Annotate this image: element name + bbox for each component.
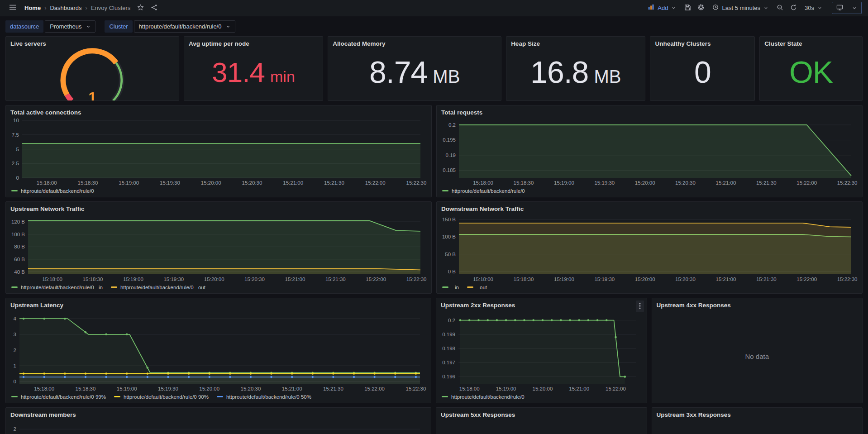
cluster-variable-select[interactable]: httproute/default/backend/rule/0 bbox=[134, 20, 236, 33]
chart-total-requests[interactable]: 0.1850.190.1950.215:18:0015:18:3015:19:0… bbox=[437, 117, 862, 187]
svg-text:15:22:00: 15:22:00 bbox=[606, 386, 626, 391]
datasource-variable-select[interactable]: Prometheus bbox=[45, 20, 95, 33]
breadcrumb-home[interactable]: Home bbox=[24, 5, 41, 11]
legend-item[interactable]: - in bbox=[442, 285, 459, 290]
svg-text:15:20:30: 15:20:30 bbox=[675, 277, 696, 282]
panel-title[interactable]: Total active connections bbox=[6, 105, 431, 117]
nav-collapse-button[interactable] bbox=[847, 2, 861, 14]
chart-downstream-network-traffic[interactable]: 0 B50 B100 B150 B15:18:0015:18:3015:19:0… bbox=[437, 213, 862, 283]
chart-upstream-latency[interactable]: 0123415:18:0015:18:3015:19:0015:19:3015:… bbox=[6, 310, 431, 393]
panel-title[interactable]: Downstream Network Traffic bbox=[437, 202, 862, 213]
panel-heap-size: Heap Size 16.8 MB bbox=[506, 36, 645, 101]
breadcrumb-current: Envoy Clusters bbox=[91, 5, 130, 11]
chart-svg: 02.557.51015:18:0015:18:3015:19:0015:19:… bbox=[6, 117, 431, 187]
breadcrumb-dashboards[interactable]: Dashboards bbox=[50, 5, 81, 11]
svg-text:0.2: 0.2 bbox=[448, 122, 456, 128]
clock-icon bbox=[712, 4, 719, 12]
panel-title[interactable]: Upstream Latency bbox=[6, 298, 431, 310]
legend-item[interactable]: httproute/default/backend/rule/0 - out bbox=[111, 285, 205, 290]
chart-upstream-3xx-responses[interactable] bbox=[652, 419, 863, 434]
legend-item[interactable]: httproute/default/backend/rule/0 90% bbox=[114, 394, 209, 400]
cluster-variable-value: httproute/default/backend/rule/0 bbox=[139, 23, 222, 30]
panel-title[interactable]: Avg uptime per node bbox=[184, 37, 323, 48]
stat-unit: MB bbox=[433, 67, 460, 87]
chart-upstream-2xx-responses[interactable]: 0.1960.1970.1980.1990.215:18:0015:19:001… bbox=[436, 310, 647, 393]
svg-text:100 B: 100 B bbox=[11, 232, 25, 237]
panel-title[interactable]: Unhealthy Clusters bbox=[650, 37, 754, 48]
panel-upstream-3xx-responses: Upstream 3xx Responses bbox=[652, 407, 863, 434]
panel-title[interactable]: Cluster State bbox=[760, 37, 862, 48]
zoom-out-button[interactable] bbox=[773, 2, 786, 14]
svg-text:15:19:00: 15:19:00 bbox=[554, 180, 574, 186]
legend-item[interactable]: httproute/default/backend/rule/0 99% bbox=[11, 394, 106, 400]
save-dashboard-button[interactable] bbox=[681, 2, 694, 14]
add-button[interactable]: Add bbox=[644, 2, 680, 14]
svg-text:0.196: 0.196 bbox=[442, 374, 455, 379]
svg-text:15:22:00: 15:22:00 bbox=[796, 277, 817, 282]
chart-total-active-connections[interactable]: 02.557.51015:18:0015:18:3015:19:0015:19:… bbox=[6, 117, 431, 187]
chart-legend: httproute/default/backend/rule/0 - inhtt… bbox=[6, 283, 431, 293]
panel-title[interactable]: Downstream members bbox=[6, 408, 431, 419]
breadcrumb: Home › Dashboards › Envoy Clusters bbox=[24, 5, 130, 11]
svg-text:15:21:30: 15:21:30 bbox=[756, 277, 777, 282]
legend-item[interactable]: httproute/default/backend/rule/0 50% bbox=[217, 394, 311, 400]
svg-text:0.197: 0.197 bbox=[442, 360, 455, 365]
svg-text:15:18:30: 15:18:30 bbox=[514, 180, 534, 186]
favorite-star-button[interactable] bbox=[134, 2, 147, 14]
svg-text:10: 10 bbox=[13, 118, 19, 123]
row-members-responses: Downstream members 2 Upstream 5xx Respon… bbox=[5, 407, 863, 434]
row-latency-responses: Upstream Latency 0123415:18:0015:18:3015… bbox=[5, 298, 863, 403]
time-range-picker[interactable]: Last 5 minutes bbox=[708, 2, 773, 14]
panel-total-active-connections: Total active connections 02.557.51015:18… bbox=[5, 105, 432, 197]
legend-item[interactable]: - out bbox=[467, 285, 487, 290]
chart-legend: httproute/default/backend/rule/0 bbox=[6, 187, 431, 197]
menu-toggle-button[interactable] bbox=[6, 2, 19, 14]
svg-text:15:22:30: 15:22:30 bbox=[406, 277, 427, 282]
svg-text:15:19:00: 15:19:00 bbox=[554, 277, 574, 282]
legend-item[interactable]: httproute/default/backend/rule/0 bbox=[442, 394, 525, 400]
gauge-threshold-red-arc bbox=[67, 95, 72, 100]
refresh-interval-picker[interactable]: 30s bbox=[801, 2, 826, 14]
chart-upstream-5xx-responses[interactable] bbox=[436, 419, 647, 434]
panel-title[interactable]: Allocated Memory bbox=[328, 37, 501, 48]
panel-title[interactable]: Upstream 3xx Responses bbox=[652, 408, 863, 419]
svg-text:15:18:30: 15:18:30 bbox=[78, 180, 98, 186]
panel-title[interactable]: Heap Size bbox=[506, 37, 645, 48]
view-mode-split-button bbox=[832, 2, 862, 14]
panel-title[interactable]: Upstream 2xx Responses bbox=[436, 298, 647, 310]
panel-title[interactable]: Upstream 4xx Responses bbox=[652, 298, 863, 310]
chevron-down-icon bbox=[763, 5, 768, 10]
stat-value: OK bbox=[789, 54, 833, 90]
stat-unit: MB bbox=[594, 67, 621, 87]
panel-downstream-network-traffic: Downstream Network Traffic 0 B50 B100 B1… bbox=[436, 201, 863, 294]
share-button[interactable] bbox=[148, 2, 160, 14]
panel-title[interactable]: Live servers bbox=[6, 37, 179, 48]
no-data-message: No data bbox=[652, 310, 863, 403]
dashboard-variables-bar: datasource Prometheus Cluster httproute/… bbox=[0, 16, 868, 33]
svg-text:2.5: 2.5 bbox=[12, 161, 19, 166]
chart-svg: 0.1850.190.1950.215:18:0015:18:3015:19:0… bbox=[437, 117, 862, 187]
tv-mode-button[interactable] bbox=[832, 2, 847, 14]
legend-item[interactable]: httproute/default/backend/rule/0 bbox=[442, 188, 525, 194]
legend-item[interactable]: httproute/default/backend/rule/0 bbox=[11, 188, 94, 194]
chart-legend: httproute/default/backend/rule/0 bbox=[437, 187, 862, 197]
panel-title[interactable]: Upstream Network Traffic bbox=[6, 202, 431, 213]
chart-downstream-members[interactable]: 2 bbox=[6, 419, 431, 434]
svg-text:15:20:00: 15:20:00 bbox=[635, 180, 655, 186]
panel-title[interactable]: Upstream 5xx Responses bbox=[436, 408, 647, 419]
chart-legend: - in- out bbox=[437, 283, 862, 293]
legend-item[interactable]: httproute/default/backend/rule/0 - in bbox=[11, 285, 103, 290]
stats-row: Live servers 1 Avg uptime per node 31.4 … bbox=[5, 36, 863, 101]
panel-upstream-network-traffic: Upstream Network Traffic 40 B60 B80 B100… bbox=[5, 201, 432, 294]
row-network-traffic: Upstream Network Traffic 40 B60 B80 B100… bbox=[5, 201, 863, 294]
dashboard-settings-button[interactable] bbox=[695, 2, 707, 14]
svg-text:3: 3 bbox=[14, 332, 16, 337]
chart-upstream-network-traffic[interactable]: 40 B60 B80 B100 B120 B15:18:0015:18:3015… bbox=[6, 213, 431, 283]
panel-title[interactable]: Total requests bbox=[437, 105, 862, 117]
chevron-down-icon bbox=[817, 5, 822, 10]
svg-text:15:21:30: 15:21:30 bbox=[325, 277, 346, 282]
svg-text:0 B: 0 B bbox=[448, 269, 456, 274]
chart-legend: httproute/default/backend/rule/0 99%http… bbox=[6, 393, 431, 403]
svg-text:15:21:00: 15:21:00 bbox=[283, 180, 303, 186]
refresh-button[interactable] bbox=[787, 2, 800, 14]
